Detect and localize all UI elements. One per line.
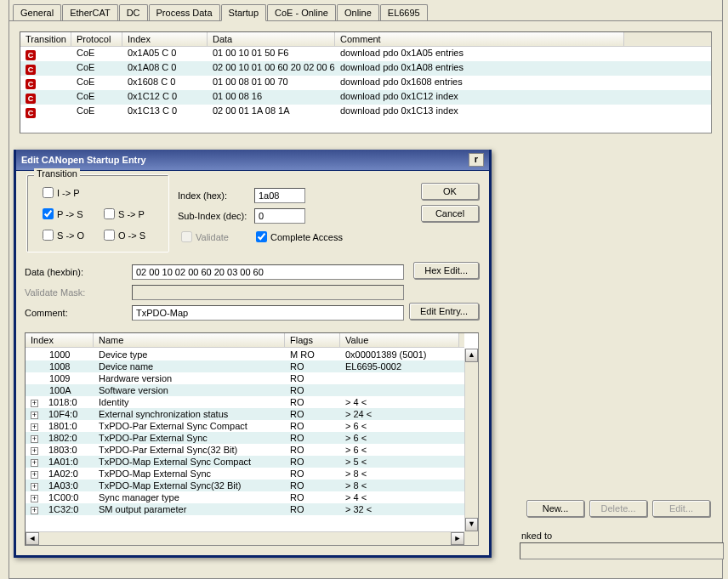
table-row[interactable]: CCoE0x1A05 C 001 00 10 01 50 F6download … [20,47,711,61]
obj-header-cell[interactable]: Value [340,333,459,347]
tab-coe-online[interactable]: CoE - Online [267,4,336,21]
new-button[interactable]: New... [526,500,584,517]
table-row[interactable]: CCoE0x1C13 C 002 00 01 1A 08 1Adownload … [20,105,711,119]
comment-label: Comment: [25,308,132,318]
obj-header-cell[interactable]: Name [94,333,285,347]
trans-ip[interactable]: I -> P [34,182,95,203]
expand-icon[interactable]: + [31,435,38,443]
table-row[interactable]: +1A02:0TxPDO-Map External SyncRO> 8 < [26,468,464,480]
expand-icon[interactable]: + [31,459,38,467]
cancel-button[interactable]: Cancel [421,205,479,222]
subindex-input[interactable] [254,208,305,224]
tab-ethercat[interactable]: EtherCAT [62,4,117,21]
scroll-up-icon[interactable]: ▲ [465,349,478,362]
validate-mask-label: Validate Mask: [25,287,132,298]
expand-icon[interactable]: + [31,507,38,514]
horizontal-scrollbar[interactable]: ◄ ► [26,531,464,545]
ok-button[interactable]: OK [421,183,479,200]
table-row[interactable]: +1A01:0TxPDO-Map External Sync CompactRO… [26,456,464,468]
table-row[interactable]: +1801:0TxPDO-Par External Sync CompactRO… [26,420,464,432]
c-icon: C [26,79,36,89]
table-row[interactable]: +1802:0TxPDO-Par External SyncRO> 6 < [26,432,464,444]
dialog-titlebar: Edit CANopen Startup Entry r [16,150,489,171]
trans-os[interactable]: O -> S [95,224,156,246]
startup-header-cell[interactable]: Protocol [71,32,122,46]
c-icon: C [26,50,36,60]
scroll-left-icon[interactable]: ◄ [26,532,39,545]
table-row[interactable]: 100ASoftware versionRO [26,384,464,396]
trans-ps[interactable]: P -> S [34,203,95,224]
c-icon: C [26,108,36,118]
object-dictionary-listview[interactable]: IndexNameFlagsValue 1000Device typeM RO0… [25,332,479,546]
validate-checkbox: Validate [178,229,253,245]
edit-entry-button[interactable]: Edit Entry... [409,303,479,320]
table-row[interactable]: +1C32:0SM output parameterRO> 32 < [26,503,464,515]
index-input[interactable] [254,188,305,203]
startup-header-cell[interactable]: Comment [335,32,624,46]
transition-groupbox: Transition I -> P P -> S S -> P S -> O O… [26,174,169,253]
table-row[interactable]: CCoE0x1A08 C 002 00 10 01 00 60 20 02 00… [20,61,711,76]
table-row[interactable]: +1803:0TxPDO-Par External Sync(32 Bit)RO… [26,444,464,456]
scroll-down-icon[interactable]: ▼ [465,518,478,531]
comment-input[interactable] [132,305,404,321]
expand-icon[interactable]: + [31,483,38,491]
complete-access-checkbox[interactable]: Complete Access [253,229,343,245]
obj-header-cell[interactable]: Index [26,333,94,347]
close-icon[interactable]: r [469,153,484,167]
table-row[interactable]: +1C00:0Sync manager typeRO> 4 < [26,491,464,503]
table-row[interactable]: +1018:0IdentityRO> 4 < [26,396,464,408]
tab-general[interactable]: General [13,4,61,21]
linked-to-label: nked to [521,531,552,541]
table-row[interactable]: 1008Device nameROEL6695-0002 [26,360,464,372]
startup-header-cell[interactable]: Index [122,32,208,46]
table-row[interactable]: 1009Hardware versionRO [26,372,464,384]
transition-groupbox-title: Transition [34,168,80,179]
validate-mask-input [132,285,404,300]
subindex-label: Sub-Index (dec): [178,211,254,221]
obj-header-cell[interactable]: Flags [285,333,340,347]
expand-icon[interactable]: + [31,412,38,419]
edit-button[interactable]: Edit... [652,500,710,517]
c-icon: C [26,94,36,104]
expand-icon[interactable]: + [31,423,38,431]
tab-startup[interactable]: Startup [221,4,266,21]
index-label: Index (hex): [178,190,254,201]
tab-dc[interactable]: DC [119,4,148,21]
delete-button[interactable]: Delete... [589,500,647,517]
tab-bar: GeneralEtherCATDCProcess DataStartupCoE … [9,0,722,21]
data-input[interactable] [132,264,404,280]
table-row[interactable]: CCoE0x1608 C 001 00 08 01 00 70download … [20,76,711,90]
table-row[interactable]: +1A03:0TxPDO-Map External Sync(32 Bit)RO… [26,480,464,491]
startup-listview[interactable]: TransitionProtocolIndexDataComment CCoE0… [20,31,712,133]
vertical-scrollbar[interactable]: ▲ ▼ [464,349,478,531]
hex-edit-button[interactable]: Hex Edit... [413,262,479,279]
linked-to-field [520,542,724,559]
tab-el6695[interactable]: EL6695 [380,4,428,21]
scroll-right-icon[interactable]: ► [451,532,464,545]
startup-header-cell[interactable]: Transition [20,32,71,46]
expand-icon[interactable]: + [31,495,38,502]
startup-header-cell[interactable]: Data [208,32,335,46]
tab-process-data[interactable]: Process Data [149,4,220,21]
edit-canopen-dialog: Edit CANopen Startup Entry r Transition … [14,150,492,558]
table-row[interactable]: +10F4:0External synchronization statusRO… [26,408,464,420]
expand-icon[interactable]: + [31,447,38,455]
c-icon: C [26,65,36,75]
dialog-title: Edit CANopen Startup Entry [21,155,146,165]
table-row[interactable]: 1000Device typeM RO0x00001389 (5001) [26,349,464,360]
data-label: Data (hexbin): [25,267,132,277]
tab-online[interactable]: Online [337,4,379,21]
trans-so[interactable]: S -> O [34,224,95,246]
trans-sp[interactable]: S -> P [95,203,156,224]
expand-icon[interactable]: + [31,471,38,479]
table-row[interactable]: CCoE0x1C12 C 001 00 08 16download pdo 0x… [20,90,711,105]
expand-icon[interactable]: + [31,400,38,407]
